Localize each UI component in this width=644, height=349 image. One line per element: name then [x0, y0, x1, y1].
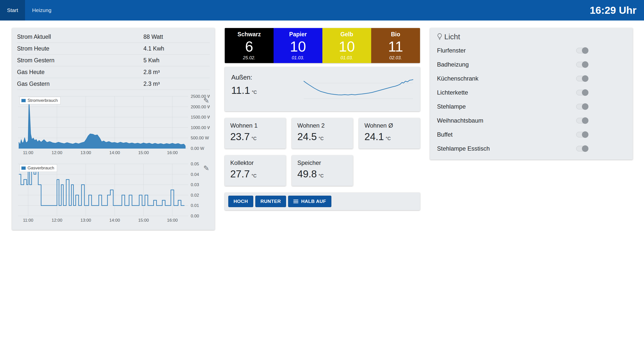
svg-text:0.00: 0.00 [191, 214, 199, 218]
light-label: Badheizung [437, 61, 469, 68]
row-label: Strom Heute [17, 45, 143, 52]
button-label: RUNTER [261, 199, 281, 204]
svg-text:12:00: 12:00 [52, 218, 62, 223]
temp-label: Wohnen 2 [297, 122, 347, 129]
row-value: 2.8 m³ [143, 69, 210, 76]
svg-text:14:00: 14:00 [109, 218, 120, 223]
chart-legend: Stromverbrauch [20, 97, 61, 104]
light-label: Lichterkette [437, 89, 468, 96]
waste-label: Papier [289, 31, 307, 38]
outdoor-sparkline-svg [303, 74, 413, 104]
chart-legend: Gasverbrauch [20, 164, 57, 172]
svg-text:13:00: 13:00 [81, 150, 91, 155]
row-label: Strom Aktuell [17, 34, 143, 40]
table-row: Strom Heute 4.1 Kwh [17, 43, 210, 55]
legend-label: Gasverbrauch [28, 166, 54, 171]
legend-label: Stromverbrauch [28, 98, 58, 103]
list-item: Flurfenster [437, 44, 626, 58]
toggle-stehlampe-esstisch[interactable] [576, 146, 588, 151]
svg-text:1500.00 W: 1500.00 W [191, 115, 210, 120]
legend-swatch [21, 99, 26, 102]
hoch-button[interactable]: HOCH [228, 196, 253, 207]
row-label: Strom Gestern [17, 57, 143, 64]
heating-temp-row: Kollektor 27.7°C Speicher 49.8°C [225, 155, 420, 186]
light-label: Küchenschrank [437, 75, 478, 82]
temp-label: Wohnen 1 [230, 122, 280, 129]
svg-text:0.02: 0.02 [191, 193, 199, 198]
toggle-badheizung[interactable] [576, 62, 588, 67]
light-label: Stehlampe Esstisch [437, 145, 490, 152]
legend-swatch [21, 166, 26, 170]
temp-unit: °C [319, 136, 324, 142]
svg-text:0.00 W: 0.00 W [191, 146, 204, 151]
waste-date: 25.02. [243, 55, 255, 61]
shutter-controls-card: HOCH RUNTER HALB AUF [225, 193, 420, 210]
waste-days: 6 [245, 39, 253, 54]
tab-heizung[interactable]: Heizung [25, 0, 58, 21]
button-label: HALB AUF [301, 199, 326, 204]
row-value: 5 Kwh [143, 57, 210, 64]
waste-calendar: Schwarz 6 25.02. Papier 10 01.03. Gelb 1… [225, 28, 420, 63]
svg-text:13:00: 13:00 [81, 218, 91, 223]
table-row: Gas Gestern 2.3 m³ [17, 78, 210, 90]
temp-number: 49.8 [297, 169, 317, 179]
lightbulb-icon [437, 33, 442, 41]
tab-start[interactable]: Start [0, 0, 25, 21]
toggle-kuechenschrank[interactable] [576, 76, 588, 81]
temp-number: 23.7 [230, 132, 250, 142]
main-content: Strom Aktuell 88 Watt Strom Heute 4.1 Kw… [0, 21, 644, 230]
room-temp-row: Wohnen 1 23.7°C Wohnen 2 24.5°C Wohnen Ø… [225, 118, 420, 149]
waste-days: 11 [388, 39, 403, 54]
navbar-spacer [58, 0, 590, 21]
temp-card-wohnen2: Wohnen 2 24.5°C [292, 118, 353, 149]
temp-card-speicher: Speicher 49.8°C [292, 155, 353, 186]
waste-tile-papier: Papier 10 01.03. [274, 28, 322, 63]
svg-text:0.04: 0.04 [191, 172, 199, 177]
temp-number: 11.1 [231, 85, 250, 95]
light-card: Licht Flurfenster Badheizung Küchenschra… [430, 28, 633, 160]
edit-icon[interactable]: ✎ [203, 97, 209, 104]
light-column: Licht Flurfenster Badheizung Küchenschra… [430, 28, 633, 160]
halb-auf-button[interactable]: HALB AUF [288, 196, 331, 207]
list-item: Weihnachtsbaum [437, 114, 626, 128]
svg-text:16:00: 16:00 [167, 150, 178, 155]
outdoor-temp-info: Außen: 11.1 °C [231, 67, 289, 95]
waste-tile-gelb: Gelb 10 01.03. [322, 28, 371, 63]
temp-label: Wohnen Ø [364, 122, 414, 129]
temp-card-wohnen-avg: Wohnen Ø 24.1°C [359, 118, 420, 149]
light-label: Weihnachtsbaum [437, 117, 483, 124]
list-item: Badheizung [437, 58, 626, 72]
temp-label: Kollektor [230, 159, 280, 166]
outdoor-temp-card: Außen: 11.1 °C [225, 67, 420, 111]
light-label: Stehlampe [437, 103, 466, 110]
list-item: Lichterkette [437, 86, 626, 100]
list-item: Stehlampe [437, 100, 626, 114]
runter-button[interactable]: RUNTER [255, 196, 286, 207]
list-item: Küchenschrank [437, 72, 626, 86]
button-label: HOCH [234, 199, 248, 204]
row-value: 4.1 Kwh [143, 45, 210, 52]
waste-tile-schwarz: Schwarz 6 25.02. [225, 28, 274, 63]
toggle-flurfenster[interactable] [576, 48, 588, 53]
svg-text:1000.00 W: 1000.00 W [191, 125, 210, 130]
light-card-title: Licht [437, 33, 626, 41]
toggle-lichterkette[interactable] [576, 90, 588, 95]
svg-text:15:00: 15:00 [138, 150, 149, 155]
toggle-stehlampe[interactable] [576, 104, 588, 109]
temp-unit: °C [252, 174, 257, 179]
waste-date: 01.03. [292, 55, 304, 61]
waste-label: Schwarz [238, 31, 261, 38]
energy-column: Strom Aktuell 88 Watt Strom Heute 4.1 Kw… [12, 28, 215, 230]
toggle-buffet[interactable] [576, 132, 588, 137]
center-column: Schwarz 6 25.02. Papier 10 01.03. Gelb 1… [225, 28, 420, 210]
svg-text:11:00: 11:00 [23, 150, 33, 155]
svg-text:500.00 W: 500.00 W [191, 136, 209, 140]
gas-chart: Gasverbrauch 0.000.010.020.030.040.0511:… [17, 161, 210, 225]
edit-icon[interactable]: ✎ [203, 165, 209, 172]
list-item: Stehlampe Esstisch [437, 142, 626, 156]
svg-text:11:00: 11:00 [23, 218, 33, 223]
toggle-weihnachtsbaum[interactable] [576, 118, 588, 123]
waste-label: Gelb [340, 31, 353, 38]
temp-unit: °C [386, 136, 391, 142]
row-label: Gas Heute [17, 69, 143, 76]
